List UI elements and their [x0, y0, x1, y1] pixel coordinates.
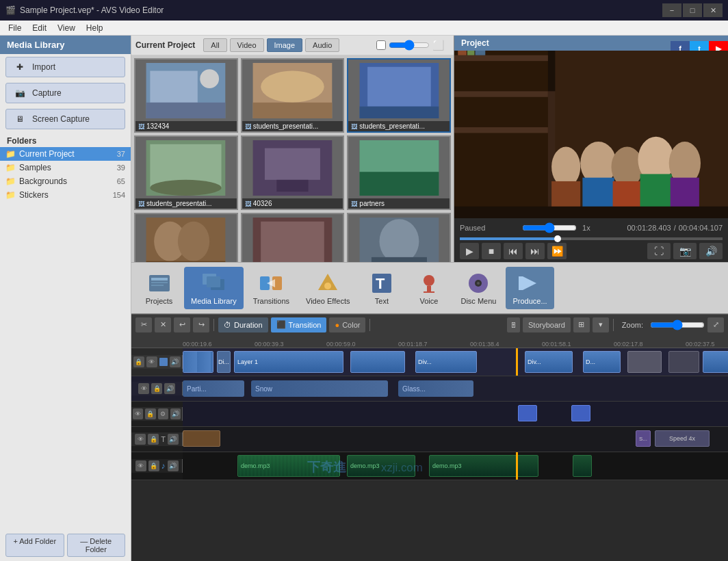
folder-item-samples[interactable]: 📁 Samples 39 [0, 161, 131, 174]
folder-item-stickers[interactable]: 📁 Stickers 154 [0, 188, 131, 202]
overlay1-track-btn[interactable]: ⚙ [158, 408, 168, 419]
audio-mixer-button[interactable]: 🎚 [507, 317, 520, 332]
menu-file[interactable]: File [3, 22, 27, 34]
toolbar-video-effects[interactable]: Video Effects [299, 267, 356, 309]
audio-track-lock[interactable]: 🔒 [148, 460, 159, 471]
preview-progress-bar[interactable] [460, 237, 723, 240]
overlay1-clip-1[interactable] [518, 405, 537, 421]
video-track-content[interactable]: Di... Layer 1 Div... Div... D... [183, 348, 728, 376]
overlay1-lock[interactable]: 🔒 [145, 408, 155, 419]
video-clip-0[interactable] [183, 351, 213, 373]
transition-track-content[interactable]: Parti... Snow Glass... [183, 376, 728, 401]
capture-button[interactable]: 📷 Capture [5, 83, 125, 103]
transition-button[interactable]: ⬛ Transition [271, 317, 327, 332]
video-clip-gray[interactable] [627, 351, 662, 373]
color-button[interactable]: ● Color [329, 317, 365, 332]
toolbar-projects[interactable]: Projects [137, 267, 181, 309]
menu-help[interactable]: Help [81, 22, 109, 34]
size-checkbox[interactable] [376, 40, 386, 50]
timeline[interactable]: 00:00:19.6 00:00:39.3 00:00:59.0 00:01:1… [131, 335, 728, 561]
minimize-button[interactable]: − [662, 3, 681, 17]
tab-image[interactable]: Image [267, 38, 303, 52]
media-thumb-1[interactable]: 🖼 students_presentati... [241, 58, 345, 133]
audio-track-eye[interactable]: 👁 [135, 460, 146, 471]
overlay1-audio[interactable]: 🔊 [170, 408, 181, 419]
track-lock-btn[interactable]: 🔒 [133, 356, 144, 367]
overlay1-eye[interactable]: 👁 [133, 408, 143, 419]
forward-button[interactable]: ⏩ [547, 243, 567, 259]
text-track-eye[interactable]: 👁 [135, 434, 146, 445]
toolbar-transitions[interactable]: Transitions [246, 267, 296, 309]
text-clip-s[interactable]: S... [636, 430, 651, 447]
video-clip-thumb-1[interactable]: Di... [217, 351, 231, 373]
menu-edit[interactable]: Edit [27, 22, 52, 34]
toolbar-text[interactable]: T Text [359, 267, 404, 309]
media-thumb-8[interactable]: 🖼 teacher [347, 213, 451, 262]
video-clip-4[interactable] [703, 351, 728, 373]
delete-folder-button[interactable]: — Delete Folder [67, 534, 126, 557]
tab-audio[interactable]: Audio [305, 38, 339, 52]
audio-clip-1[interactable]: demo.mp3 [237, 455, 340, 477]
video-clip-layer1[interactable]: Layer 1 [234, 351, 343, 373]
add-folder-button[interactable]: + Add Folder [5, 534, 64, 557]
tab-video[interactable]: Video [230, 38, 264, 52]
fit-button[interactable]: ⤢ [707, 317, 724, 332]
media-thumb-7[interactable]: 🖼 picture1 [241, 213, 345, 262]
speed-slider[interactable] [522, 222, 577, 233]
trans-track-mute[interactable]: 🔊 [164, 383, 175, 394]
storyboard-button[interactable]: Storyboard [523, 317, 571, 332]
media-thumb-3[interactable]: 🖼 students_presentati... [134, 135, 238, 210]
overlay1-content[interactable] [183, 402, 728, 426]
text-clip-speed[interactable]: Speed 4x [655, 430, 710, 447]
play-button[interactable]: ▶ [460, 243, 479, 259]
toolbar-voice[interactable]: Voice [406, 267, 451, 309]
trans-clip-glass[interactable]: Glass... [398, 380, 473, 397]
zoom-slider[interactable] [650, 319, 705, 330]
text-track-lock[interactable]: 🔒 [148, 434, 159, 445]
progress-thumb[interactable] [554, 235, 561, 242]
trans-clip-snow[interactable]: Snow [251, 380, 388, 397]
media-thumb-2[interactable]: 🖼 students_presentati... [347, 58, 451, 133]
trans-track-eye[interactable]: 👁 [138, 383, 149, 394]
view-options-button[interactable]: ▾ [593, 317, 609, 332]
next-frame-button[interactable]: ⏭ [525, 243, 545, 259]
prev-frame-button[interactable]: ⏮ [504, 243, 523, 259]
video-clip-3[interactable] [350, 351, 405, 373]
maximize-button[interactable]: □ [683, 3, 702, 17]
close-button[interactable]: ✕ [703, 3, 723, 17]
text-track-audio[interactable]: 🔊 [168, 434, 179, 445]
media-thumb-4[interactable]: 🖼 40326 [241, 135, 345, 210]
undo-button[interactable]: ↩ [174, 317, 190, 332]
audio-clip-4[interactable] [573, 455, 592, 477]
audio-track-content[interactable]: demo.mp3 demo.mp3 下奇進xzji.com demo.mp3 [183, 452, 728, 480]
video-clip-gray2[interactable] [668, 351, 699, 373]
audio-track-mute[interactable]: 🔊 [168, 460, 179, 471]
fullscreen-button[interactable]: ⛶ [647, 243, 671, 259]
media-thumb-6[interactable]: 🖼 men with book [134, 213, 238, 262]
video-clip-div2[interactable]: Div... [525, 351, 573, 373]
media-thumb-0[interactable]: 🖼 132434 [134, 58, 238, 133]
toolbar-disc-menu[interactable]: Disc Menu [454, 267, 503, 309]
scissors-button[interactable]: ✂ [135, 317, 152, 332]
toolbar-media-library[interactable]: Media Library [184, 267, 244, 309]
media-thumb-5[interactable]: 🖼 partners [347, 135, 451, 210]
timeline-view-button[interactable]: ⊞ [573, 317, 590, 332]
redo-button[interactable]: ↪ [193, 317, 209, 332]
toolbar-produce[interactable]: Produce... [506, 267, 554, 309]
text-track-content[interactable]: S... Speed 4x [183, 427, 728, 452]
tab-all[interactable]: All [203, 38, 226, 52]
trans-clip-parti[interactable]: Parti... [183, 380, 244, 397]
text-clip-1[interactable] [183, 430, 220, 447]
menu-view[interactable]: View [52, 22, 81, 34]
folder-item-backgrounds[interactable]: 📁 Backgrounds 65 [0, 174, 131, 188]
volume-button[interactable]: 🔊 [699, 243, 723, 259]
audio-clip-3[interactable]: demo.mp3 [429, 455, 538, 477]
video-clip-div1[interactable]: Div... [415, 351, 477, 373]
trans-track-lock[interactable]: 🔒 [151, 383, 162, 394]
duration-button[interactable]: ⏱ Duration [218, 317, 268, 332]
overlay1-clip-2[interactable] [571, 405, 590, 421]
screen-capture-button[interactable]: 🖥 Screen Capture [5, 109, 125, 129]
snapshot-button[interactable]: 📷 [673, 243, 697, 259]
folder-item-current-project[interactable]: 📁 Current Project 37 [0, 147, 131, 161]
track-audio-btn[interactable]: 🔊 [170, 356, 181, 367]
